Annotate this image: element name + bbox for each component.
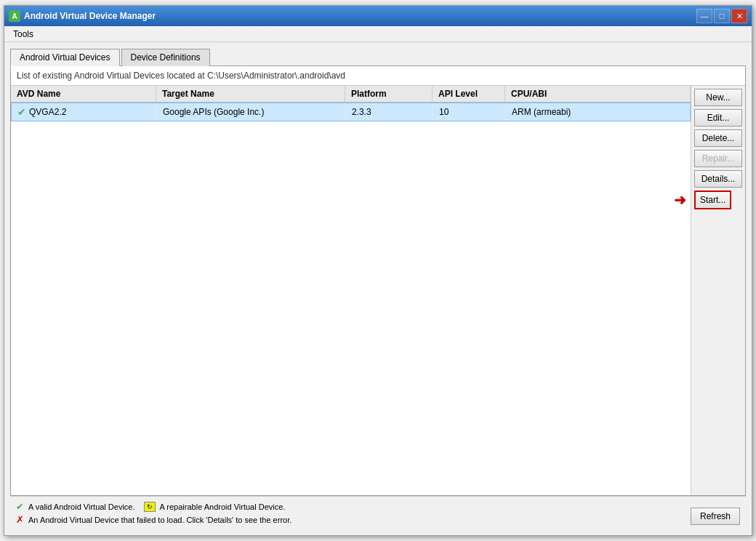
table-header: AVD Name Target Name Platform API Level … [11,86,691,103]
legend: ✔ A valid Android Virtual Device. ↻ A re… [16,501,291,525]
menu-bar: Tools [4,26,752,42]
menu-tools[interactable]: Tools [7,28,39,41]
table-row[interactable]: ✔ QVGA2.2 Google APIs (Google Inc.) 2.3.… [11,103,691,121]
legend-repairable-icon: ↻ [144,502,156,512]
legend-failed-text: An Android Virtual Device that failed to… [28,516,291,524]
start-button-container: ➜ Start... [694,191,742,209]
close-button[interactable]: ✕ [731,9,747,23]
window-controls: — □ ✕ [696,9,747,23]
cell-platform: 2.3.3 [346,103,433,121]
col-header-cpu-abi: CPU/ABI [505,86,691,102]
arrow-indicator: ➜ [674,191,686,209]
tab-android-virtual-devices[interactable]: Android Virtual Devices [10,49,120,66]
details-button[interactable]: Details... [694,170,742,188]
minimize-button[interactable]: — [696,9,712,23]
maximize-button[interactable]: □ [714,9,730,23]
valid-icon: ✔ [17,106,26,118]
tab-content: List of existing Android Virtual Devices… [10,66,746,496]
sidebar-buttons: New... Edit... Delete... Repair... Detai… [691,86,745,495]
col-header-platform: Platform [345,86,433,102]
table-area: AVD Name Target Name Platform API Level … [11,86,691,495]
legend-repairable-text: A repairable Android Virtual Device. [160,502,286,511]
col-header-avd-name: AVD Name [11,86,156,102]
title-bar: A Android Virtual Device Manager — □ ✕ [4,6,752,26]
list-header: List of existing Android Virtual Devices… [11,66,745,86]
app-icon: A [9,10,20,22]
start-button[interactable]: Start... [694,191,731,209]
repair-button[interactable]: Repair... [694,150,742,167]
delete-button[interactable]: Delete... [694,129,742,147]
col-header-target-name: Target Name [156,86,345,102]
legend-valid-icon: ✔ [16,501,24,512]
cell-avd-name: ✔ QVGA2.2 [12,103,157,121]
legend-valid: ✔ A valid Android Virtual Device. ↻ A re… [16,501,291,512]
button-spacer [694,212,742,492]
legend-valid-text: A valid Android Virtual Device. [28,502,135,511]
main-split: AVD Name Target Name Platform API Level … [11,86,745,495]
legend-failed-icon: ✗ [16,514,24,525]
col-header-api-level: API Level [433,86,505,102]
cell-target-name: Google APIs (Google Inc.) [157,103,346,121]
table-body: ✔ QVGA2.2 Google APIs (Google Inc.) 2.3.… [11,103,691,495]
tab-bar: Android Virtual Devices Device Definitio… [10,48,746,66]
legend-failed: ✗ An Android Virtual Device that failed … [16,514,291,525]
new-button[interactable]: New... [694,89,742,106]
cell-cpu-abi: ARM (armeabi) [506,103,690,121]
cell-api-level: 10 [433,103,506,121]
content-area: Android Virtual Devices Device Definitio… [4,42,752,535]
refresh-button[interactable]: Refresh [691,508,740,525]
edit-button[interactable]: Edit... [694,109,742,127]
window-title: Android Virtual Device Manager [24,11,696,21]
bottom-area: ✔ A valid Android Virtual Device. ↻ A re… [10,496,746,529]
main-window: A Android Virtual Device Manager — □ ✕ T… [4,5,752,536]
tab-device-definitions[interactable]: Device Definitions [121,49,210,66]
